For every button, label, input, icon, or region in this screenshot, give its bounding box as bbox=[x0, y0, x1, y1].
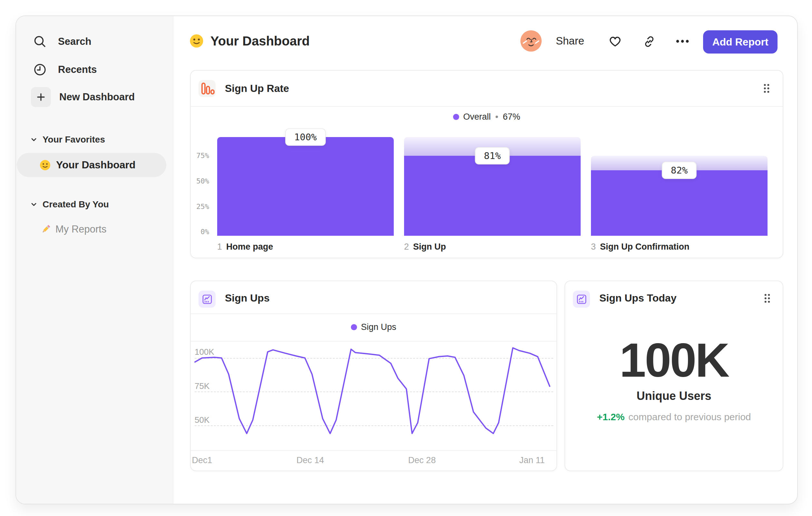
funnel-bar bbox=[217, 137, 394, 236]
pencil-emoji bbox=[40, 223, 52, 235]
gridline bbox=[195, 425, 553, 426]
sidebar-item-label: Search bbox=[58, 36, 91, 47]
search-icon bbox=[33, 34, 47, 49]
card-title: Sign Ups Today bbox=[599, 281, 676, 315]
funnel-ytick: 0% bbox=[191, 227, 209, 237]
share-button[interactable]: Share bbox=[556, 30, 584, 52]
funnel-ytick: 25% bbox=[191, 202, 209, 212]
funnel-bar bbox=[404, 156, 581, 236]
more-options-button[interactable] bbox=[676, 39, 689, 43]
y-tick: 50K bbox=[195, 415, 209, 425]
page-title-text: Your Dashboard bbox=[210, 34, 310, 48]
sidebar-item-label: Your Dashboard bbox=[56, 159, 136, 171]
section-title: Your Favorites bbox=[42, 134, 105, 145]
sidebar-item-recents[interactable]: Recents bbox=[16, 59, 168, 80]
plus-icon bbox=[31, 87, 51, 107]
x-tick: Dec1 bbox=[192, 455, 212, 465]
gridline bbox=[195, 358, 553, 359]
sidebar-item-your-dashboard[interactable]: Your Dashboard bbox=[17, 153, 166, 177]
drag-handle-icon[interactable] bbox=[763, 293, 771, 304]
clock-icon bbox=[33, 62, 47, 77]
legend-dot bbox=[351, 324, 357, 330]
gridline bbox=[195, 391, 553, 392]
funnel-tooltip: 82% bbox=[662, 162, 697, 179]
chevron-down-icon bbox=[30, 136, 37, 143]
sidebar: Search Recents New Dashboard bbox=[16, 16, 173, 504]
funnel-step-label: 2Sign Up bbox=[404, 242, 446, 251]
divider bbox=[191, 314, 556, 314]
divider bbox=[191, 341, 556, 342]
ellipsis-icon bbox=[676, 39, 689, 43]
sidebar-item-label: New Dashboard bbox=[59, 91, 135, 103]
sidebar-item-my-reports[interactable]: My Reports bbox=[16, 219, 106, 240]
app-window: Search Recents New Dashboard bbox=[16, 16, 798, 505]
funnel-step-label: 3Sign Up Confirmation bbox=[591, 242, 690, 251]
x-tick: Dec 28 bbox=[408, 455, 436, 465]
sidebar-item-new-dashboard[interactable]: New Dashboard bbox=[16, 86, 168, 108]
kpi-delta-row: +1.2% compared to previous period bbox=[565, 410, 783, 425]
line-chart-icon bbox=[573, 291, 590, 308]
sidebar-item-label: Recents bbox=[58, 64, 97, 76]
funnel-step-name: Home page bbox=[226, 242, 273, 252]
link-icon bbox=[642, 35, 656, 48]
heart-icon bbox=[608, 34, 622, 48]
section-title: Created By You bbox=[42, 199, 109, 210]
x-tick: Dec 14 bbox=[296, 455, 324, 465]
line-chart-icon bbox=[199, 291, 215, 308]
avatar[interactable] bbox=[520, 30, 542, 52]
funnel-ytick: 75% bbox=[191, 151, 209, 161]
y-tick: 75K bbox=[195, 381, 209, 391]
funnel-step-number: 3 bbox=[591, 242, 596, 252]
smiley-emoji bbox=[189, 33, 204, 48]
funnel-column: 100% bbox=[217, 71, 394, 258]
funnel-column: 82% bbox=[591, 71, 767, 258]
card-sign-ups: Sign Ups Sign Ups 100K 75K 50K Dec1Dec 1… bbox=[190, 280, 557, 471]
funnel-column: 81% bbox=[404, 71, 581, 258]
chevron-down-icon bbox=[30, 201, 37, 208]
add-report-button[interactable]: Add Report bbox=[703, 30, 778, 54]
line-legend: Sign Ups bbox=[191, 320, 556, 334]
page-title: Your Dashboard bbox=[189, 30, 310, 52]
funnel-tooltip: 81% bbox=[475, 147, 510, 164]
funnel-step-name: Sign Up Confirmation bbox=[600, 242, 689, 252]
smiley-emoji bbox=[39, 159, 51, 171]
sidebar-item-label: My Reports bbox=[55, 223, 106, 235]
kpi-subtitle: Unique Users bbox=[565, 388, 783, 404]
line-series-path bbox=[195, 348, 550, 433]
card-sign-ups-today: Sign Ups Today 100K Unique Users +1.2% c… bbox=[564, 280, 783, 471]
favorite-heart-button[interactable] bbox=[608, 34, 622, 48]
kpi-value: 100K bbox=[565, 330, 783, 390]
funnel-step-label: 1Home page bbox=[217, 242, 273, 251]
x-tick: Jan 11 bbox=[519, 455, 545, 465]
kpi-delta: +1.2% bbox=[597, 411, 625, 423]
sidebar-item-search[interactable]: Search bbox=[16, 31, 168, 52]
copy-link-button[interactable] bbox=[642, 35, 656, 48]
y-tick: 100K bbox=[195, 347, 214, 357]
funnel-step-number: 2 bbox=[404, 242, 409, 252]
card-sign-up-rate: Sign Up Rate Overall • 67% 75% 50% 25% 0… bbox=[190, 70, 783, 258]
card-title: Sign Ups bbox=[225, 281, 270, 315]
x-axis-line bbox=[191, 450, 556, 451]
legend-label: Sign Ups bbox=[361, 322, 396, 332]
funnel-icon bbox=[199, 80, 215, 97]
app-screen: Search Recents New Dashboard bbox=[0, 0, 812, 516]
kpi-delta-note: compared to previous period bbox=[628, 411, 751, 423]
sidebar-section-created-by-you[interactable]: Created By You bbox=[16, 194, 168, 215]
funnel-ytick: 50% bbox=[191, 176, 209, 186]
funnel-bar bbox=[591, 170, 767, 236]
funnel-tooltip: 100% bbox=[285, 128, 326, 146]
funnel-step-number: 1 bbox=[217, 242, 222, 252]
sidebar-section-your-favorites[interactable]: Your Favorites bbox=[16, 129, 168, 150]
funnel-step-name: Sign Up bbox=[413, 242, 446, 252]
